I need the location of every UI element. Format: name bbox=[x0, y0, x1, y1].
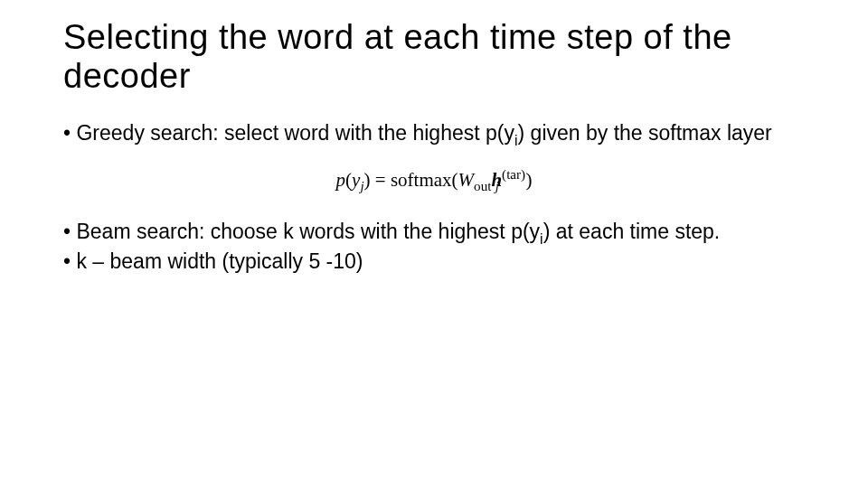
formula-W: W bbox=[458, 169, 475, 191]
formula-out: out bbox=[474, 179, 491, 193]
formula-p: p bbox=[336, 169, 346, 191]
formula-block: p(yj) = softmax(Wouth(tar)j) bbox=[63, 169, 805, 192]
bullet-greedy: Greedy search: select word with the high… bbox=[63, 120, 805, 146]
bullet-greedy-pre: Greedy search: select word with the high… bbox=[76, 121, 514, 145]
formula-eq: = bbox=[371, 169, 391, 191]
formula-rp: ) bbox=[364, 169, 371, 191]
bullet-k: k – beam width (typically 5 -10) bbox=[63, 249, 805, 275]
bullet-beam: Beam search: choose k words with the hig… bbox=[63, 219, 805, 245]
formula: p(yj) = softmax(Wouth(tar)j) bbox=[336, 169, 533, 192]
bullet-greedy-post: ) given by the softmax layer bbox=[518, 121, 772, 145]
formula-y: y bbox=[352, 169, 360, 191]
bullet-beam-pre: Beam search: choose k words with the hig… bbox=[76, 220, 540, 243]
slide: Selecting the word at each time step of … bbox=[0, 0, 868, 488]
formula-softmax: softmax bbox=[391, 169, 452, 191]
formula-rp2: ) bbox=[525, 169, 532, 191]
formula-lp2: ( bbox=[452, 169, 458, 191]
formula-j2: j bbox=[495, 179, 499, 193]
bullet-beam-post: ) at each time step. bbox=[543, 220, 721, 243]
slide-title: Selecting the word at each time step of … bbox=[63, 18, 805, 95]
bullet-k-text: k – beam width (typically 5 -10) bbox=[76, 249, 363, 273]
formula-tar: (tar) bbox=[502, 167, 525, 182]
formula-lp: ( bbox=[345, 169, 352, 191]
